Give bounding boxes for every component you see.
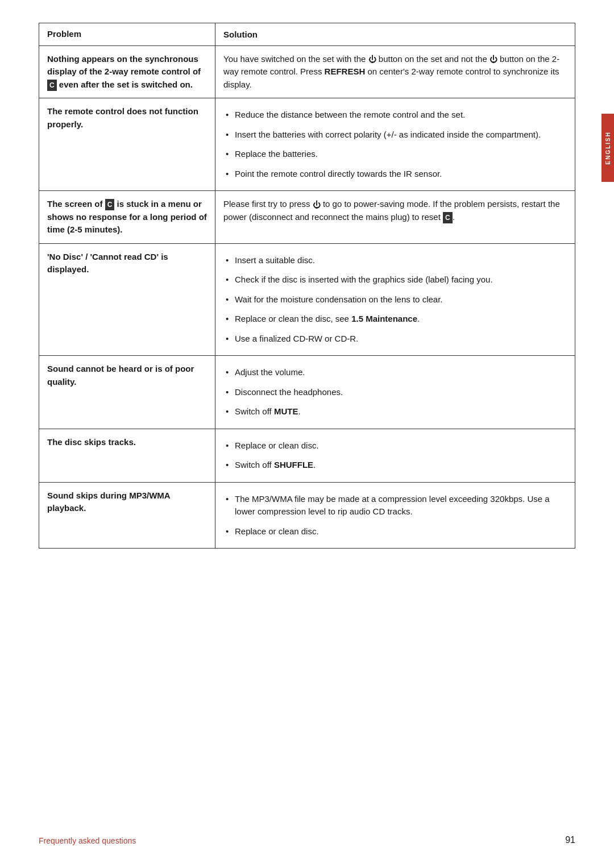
side-tab: ENGLISH — [601, 114, 614, 182]
problem-cell: Nothing appears on the synchronous displ… — [39, 45, 215, 98]
solution-cell: Reduce the distance between the remote c… — [215, 98, 575, 191]
bullet-list: Insert a suitable disc. Check if the dis… — [223, 251, 567, 349]
list-item: Insert the batteries with correct polari… — [223, 125, 567, 145]
power-icon-3: ⏻ — [313, 199, 321, 211]
table-row: Sound skips during MP3/WMA playback. The… — [39, 482, 575, 549]
problem-cell: Sound cannot be heard or is of poor qual… — [39, 356, 215, 429]
list-item: Switch off MUTE. — [223, 402, 567, 422]
solution-cell: Replace or clean disc. Switch off SHUFFL… — [215, 429, 575, 482]
power-icon-2: ⏻ — [489, 53, 497, 65]
bullet-list: The MP3/WMA file may be made at a compre… — [223, 489, 567, 542]
list-item: Disconnect the headphones. — [223, 383, 567, 402]
page-wrapper: ENGLISH Problem Solution Nothing appears… — [0, 0, 614, 868]
table-row: Nothing appears on the synchronous displ… — [39, 45, 575, 98]
mute-label: MUTE — [274, 406, 298, 416]
device-icon: C — [47, 80, 57, 91]
list-item: Use a finalized CD-RW or CD-R. — [223, 329, 567, 349]
problem-cell: The remote control does not function pro… — [39, 98, 215, 191]
list-item: Reduce the distance between the remote c… — [223, 105, 567, 125]
bullet-list: Replace or clean disc. Switch off SHUFFL… — [223, 436, 567, 475]
list-item: Insert a suitable disc. — [223, 251, 567, 271]
solution-cell: Adjust the volume. Disconnect the headph… — [215, 356, 575, 429]
problem-cell: The disc skips tracks. — [39, 429, 215, 482]
solution-header: Solution — [215, 23, 575, 46]
side-tab-text: ENGLISH — [605, 131, 611, 164]
problem-cell: Sound skips during MP3/WMA playback. — [39, 482, 215, 549]
shuffle-label: SHUFFLE — [274, 460, 313, 470]
solution-cell: You have switched on the set with the ⏻ … — [215, 45, 575, 98]
refresh-label: REFRESH — [325, 67, 366, 76]
solution-cell: The MP3/WMA file may be made at a compre… — [215, 482, 575, 549]
list-item: Replace or clean disc. — [223, 522, 567, 542]
power-icon: ⏻ — [368, 53, 376, 65]
page-footer: Frequently asked questions 91 — [39, 835, 575, 845]
table-row: The screen of C is stuck in a menu or sh… — [39, 191, 575, 244]
maintenance-ref: 1.5 Maintenance — [351, 314, 417, 323]
problem-cell: 'No Disc' / 'Cannot read CD' is displaye… — [39, 243, 215, 356]
list-item: Wait for the moisture condensation on th… — [223, 290, 567, 310]
list-item: Point the remote control directly toward… — [223, 164, 567, 184]
list-item: Replace or clean the disc, see 1.5 Maint… — [223, 309, 567, 329]
list-item: Check if the disc is inserted with the g… — [223, 270, 567, 290]
solution-cell: Insert a suitable disc. Check if the dis… — [215, 243, 575, 356]
list-item: The MP3/WMA file may be made at a compre… — [223, 489, 567, 522]
table-row: The remote control does not function pro… — [39, 98, 575, 191]
list-item: Replace the batteries. — [223, 144, 567, 164]
list-item: Replace or clean disc. — [223, 436, 567, 456]
bullet-list: Reduce the distance between the remote c… — [223, 105, 567, 184]
device-icon: C — [105, 199, 115, 210]
problem-header: Problem — [39, 23, 215, 46]
table-row: The disc skips tracks. Replace or clean … — [39, 429, 575, 482]
list-item: Adjust the volume. — [223, 363, 567, 383]
bullet-list: Adjust the volume. Disconnect the headph… — [223, 363, 567, 422]
problem-cell: The screen of C is stuck in a menu or sh… — [39, 191, 215, 244]
list-item: Switch off SHUFFLE. — [223, 455, 567, 475]
table-row: 'No Disc' / 'Cannot read CD' is displaye… — [39, 243, 575, 356]
faq-table: Problem Solution Nothing appears on the … — [39, 23, 575, 549]
page-number: 91 — [565, 835, 575, 845]
table-row: Sound cannot be heard or is of poor qual… — [39, 356, 575, 429]
device-icon-2: C — [443, 212, 453, 223]
solution-cell: Please first try to press ⏻ to go to pow… — [215, 191, 575, 244]
footer-link: Frequently asked questions — [39, 836, 136, 845]
